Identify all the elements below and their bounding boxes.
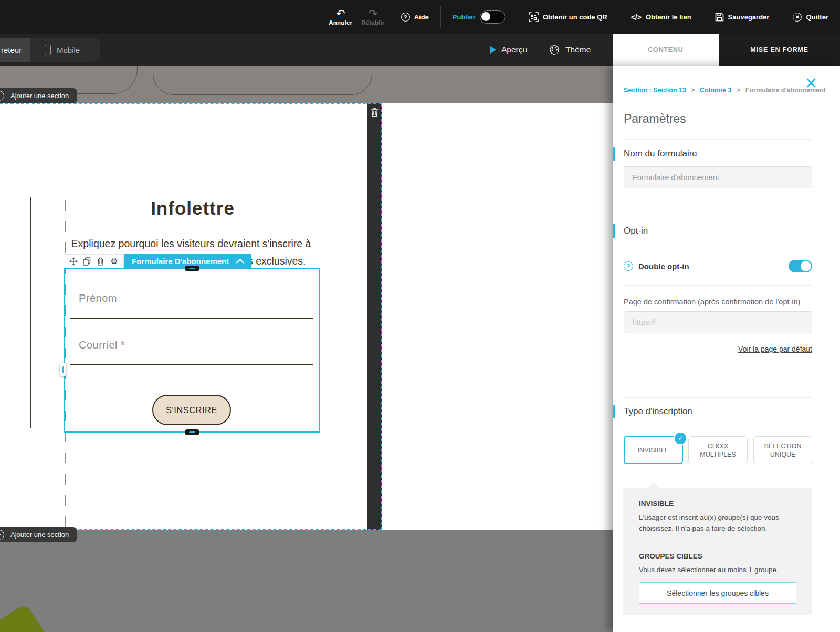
toolbar-divider	[440, 6, 441, 28]
get-link-button[interactable]: </> Obtenir le lien	[631, 13, 691, 22]
signup-type-multiple-button[interactable]: CHOIX MULTIPLES	[688, 436, 748, 464]
top-toolbar: ↶ Annuler ↷ Rétablir ? Aide Publier	[0, 0, 840, 34]
element-toolbar-tools: ⚙	[64, 254, 124, 268]
add-section-label: Ajouter une section	[10, 92, 69, 100]
chevron-up-icon	[236, 258, 245, 267]
delete-section-icon[interactable]	[370, 108, 379, 119]
undo-button[interactable]: ↶ Annuler	[329, 8, 352, 26]
publish-label: Publier	[453, 13, 476, 21]
delete-icon[interactable]	[96, 257, 105, 266]
redo-label: Rétablir	[361, 20, 384, 26]
help-button[interactable]: ? Aide	[401, 13, 429, 22]
selected-section[interactable]: Infolettre Expliquez pourquoi les visite…	[0, 103, 613, 530]
form-name-input[interactable]	[624, 166, 812, 188]
qr-code-icon	[529, 12, 539, 22]
section-accent-bar	[613, 224, 615, 238]
preview-button[interactable]: Aperçu	[490, 45, 527, 55]
signup-type-single-button[interactable]: SÉLECTION UNIQUE	[753, 436, 812, 464]
section-accent-bar	[613, 147, 615, 161]
close-panel-icon[interactable]: ×	[805, 73, 817, 93]
dimmed-section-above[interactable]	[0, 66, 613, 103]
device-tab-mobile[interactable]: Mobile	[30, 38, 100, 62]
default-page-link[interactable]: Voir la page par défaut	[738, 345, 812, 353]
editor-app: ↶ Annuler ↷ Rétablir ? Aide Publier	[0, 0, 840, 632]
target-groups-title: GROUPES CIBLES	[639, 552, 796, 560]
tab-contenu-label: CONTENU	[648, 46, 683, 54]
optin-heading: Opt-in	[624, 226, 648, 236]
duplicate-icon[interactable]	[82, 257, 91, 266]
resize-handle-top[interactable]	[185, 266, 200, 271]
publish-control: Publier	[453, 10, 505, 24]
decorative-vertical-line	[30, 197, 31, 428]
help-tooltip-icon[interactable]: ?	[624, 261, 633, 271]
info-body: L'usager est inscrit au(x) groupe(s) que…	[639, 512, 796, 534]
section-accent-bar	[613, 405, 615, 418]
subscription-form-element[interactable]	[64, 268, 320, 433]
settings-gear-icon[interactable]: ⚙	[110, 257, 119, 266]
help-icon: ?	[401, 13, 410, 22]
view-bar: reteur Mobile Aperçu Thème	[0, 34, 613, 66]
theme-label: Thème	[565, 45, 591, 55]
theme-button[interactable]: Thème	[549, 44, 591, 56]
device-tab-desktop-label: reteur	[1, 46, 22, 55]
add-section-button-bottom[interactable]: + Ajouter une section	[0, 527, 77, 542]
breadcrumb: Section : Section 13 > Colonne 3 > Formu…	[624, 87, 826, 94]
confirmation-url-input[interactable]	[624, 311, 812, 333]
row-guide-line	[0, 196, 368, 196]
email-canvas: + Ajouter une section Infolettre Expliqu…	[0, 66, 613, 632]
selected-check-icon: ✓	[674, 431, 687, 445]
double-optin-label: Double opt-in	[638, 262, 689, 271]
signup-type-invisible-button[interactable]: INVISIBLE ✓	[624, 436, 683, 464]
help-label: Aide	[414, 13, 429, 21]
signup-type-single-label: SÉLECTION UNIQUE	[757, 442, 808, 459]
newsletter-intro-line1: Expliquez pourquoi les visiteurs devraie…	[55, 238, 328, 250]
confirmation-page-label: Page de confirmation (après confirmation…	[624, 298, 800, 306]
save-button[interactable]: Sauvegarder	[715, 13, 770, 22]
get-link-label: Obtenir le lien	[646, 13, 691, 21]
signup-type-heading: Type d'inscription	[624, 406, 692, 417]
panel-title: Paramètres	[624, 112, 686, 126]
device-tab-desktop[interactable]: reteur	[0, 38, 30, 62]
element-name-label: Formulaire D'abonnement	[132, 257, 229, 266]
panel-divider	[624, 285, 812, 286]
preview-label: Aperçu	[501, 45, 527, 55]
column-resize-handle[interactable]	[60, 363, 66, 376]
resize-handle-bottom[interactable]	[185, 429, 200, 435]
breadcrumb-section-link[interactable]: Section : Section 13	[624, 87, 686, 94]
panel-divider	[624, 139, 812, 140]
ghost-card	[153, 66, 372, 95]
plus-circle-icon: +	[0, 530, 4, 540]
add-section-button-top[interactable]: + Ajouter une section	[0, 88, 77, 103]
signup-type-multiple-label: CHOIX MULTIPLES	[692, 442, 744, 459]
undo-icon: ↶	[336, 8, 345, 19]
element-toolbar: ⚙ Formulaire D'abonnement	[64, 254, 251, 268]
settings-panel: Section : Section 13 > Colonne 3 > Formu…	[613, 66, 840, 632]
info-title: INVISIBLE	[639, 500, 796, 508]
move-icon[interactable]	[69, 257, 78, 266]
breadcrumb-column-link[interactable]: Colonne 3	[700, 87, 731, 94]
quit-button[interactable]: ✕ Quitter	[793, 13, 828, 22]
toolbar-divider	[703, 6, 704, 28]
double-optin-toggle[interactable]	[789, 260, 812, 272]
signup-type-info-box: INVISIBLE L'usager est inscrit au(x) gro…	[623, 488, 812, 615]
redo-button[interactable]: ↷ Rétablir	[361, 8, 384, 26]
newsletter-title: Infolettre	[65, 198, 320, 219]
view-actions: Aperçu Thème	[490, 34, 591, 66]
quit-label: Quitter	[806, 13, 828, 21]
panel-divider	[624, 397, 812, 398]
toolbar-divider	[619, 6, 620, 28]
tab-mise-en-forme[interactable]: MISE EN FORME	[719, 34, 840, 66]
publish-toggle[interactable]	[480, 10, 505, 24]
qr-code-button[interactable]: Obtenir un code QR	[529, 12, 607, 22]
target-groups-body: Vous devez sélectionner au moins 1 group…	[639, 564, 796, 575]
signup-type-invisible-label: INVISIBLE	[638, 446, 669, 455]
panel-divider	[624, 256, 812, 256]
toolbar-divider	[517, 6, 517, 28]
select-target-groups-button[interactable]: Sélectionner les groupes cibles	[639, 582, 796, 604]
dimmed-section-below[interactable]	[0, 530, 613, 632]
tab-contenu[interactable]: CONTENU	[613, 34, 719, 66]
undo-label: Annuler	[329, 20, 352, 26]
double-optin-row: ? Double opt-in	[624, 259, 812, 273]
panel-divider	[624, 217, 812, 217]
quit-icon: ✕	[793, 13, 802, 22]
